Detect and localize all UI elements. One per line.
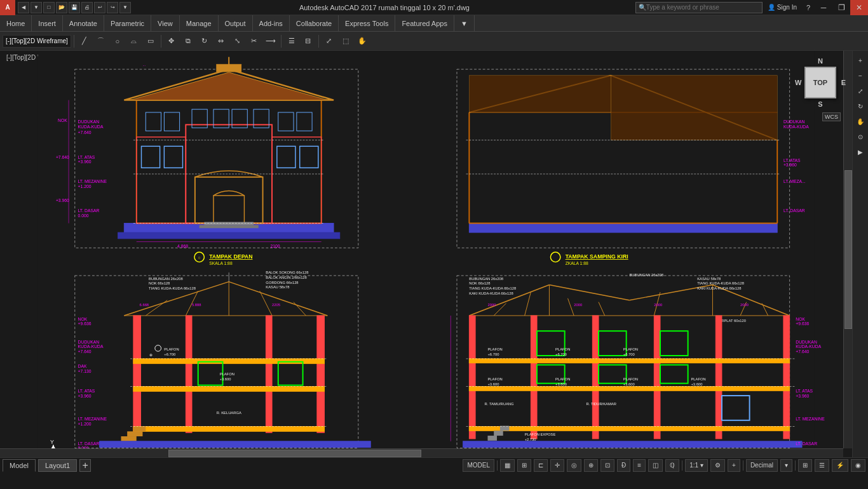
horizontal-scrollbar[interactable] xyxy=(0,448,843,457)
tab-parametric[interactable]: Parametric xyxy=(104,15,151,32)
otrack-button[interactable]: ⊕ xyxy=(584,459,598,472)
side-pan[interactable]: ✋ xyxy=(853,114,867,128)
tab-more[interactable]: ▼ xyxy=(454,15,475,32)
svg-text:KASAU 58x78: KASAU 58x78 xyxy=(266,285,289,289)
tb-layer[interactable]: ☰ xyxy=(284,34,299,49)
side-steering[interactable]: ⊙ xyxy=(853,130,867,144)
tb-copy[interactable]: ⧉ xyxy=(180,34,196,49)
search-box[interactable]: 🔍 xyxy=(635,2,763,13)
model-space-label[interactable]: MODEL xyxy=(463,459,494,472)
qa-btn-1[interactable]: ◀ xyxy=(18,2,29,13)
tb-move[interactable]: ✥ xyxy=(164,34,179,49)
tab-addins[interactable]: Add-ins xyxy=(253,15,290,32)
toolbar-sep-1 xyxy=(74,35,74,48)
snap-button[interactable]: ⊞ xyxy=(517,459,531,472)
svg-text:Y: Y xyxy=(50,439,54,445)
plus-button[interactable]: + xyxy=(728,459,740,472)
osnap-button[interactable]: ◎ xyxy=(567,459,581,472)
side-zoom-in[interactable]: + xyxy=(853,53,867,67)
isolation-button[interactable]: ◉ xyxy=(851,459,865,472)
svg-rect-157 xyxy=(592,316,599,439)
workspace-button[interactable]: ⊞ xyxy=(798,459,812,472)
polar-button[interactable]: ✛ xyxy=(550,459,564,472)
wcs-button[interactable]: WCS xyxy=(822,112,841,121)
tb-circle[interactable]: ○ xyxy=(110,34,125,49)
tab-collaborate[interactable]: Collaborate xyxy=(290,15,339,32)
tb-rotate[interactable]: ↻ xyxy=(197,34,212,49)
side-orbit[interactable]: ↻ xyxy=(853,99,867,113)
minimize-button[interactable]: ─ xyxy=(815,0,832,15)
qa-more[interactable]: ▼ xyxy=(119,2,131,13)
tb-pan[interactable]: ✋ xyxy=(355,34,370,49)
svg-text:TIANG KUDA-KUDA 66x128: TIANG KUDA-KUDA 66x128 xyxy=(149,286,196,290)
tab-express[interactable]: Express Tools xyxy=(339,15,395,32)
hardware-accel[interactable]: ⚡ xyxy=(832,459,848,472)
transparency-button[interactable]: ◫ xyxy=(648,459,663,472)
qa-open[interactable]: 📂 xyxy=(56,2,67,13)
svg-text:+7.640: +7.640 xyxy=(796,349,809,354)
svg-text:LT. ATAS: LT. ATAS xyxy=(796,389,813,393)
app-icon[interactable]: A xyxy=(0,0,15,15)
tb-zoom-extent[interactable]: ⤢ xyxy=(322,34,337,49)
tab-insert[interactable]: Insert xyxy=(32,15,63,32)
tb-arc[interactable]: ⌓ xyxy=(126,34,142,49)
tb-properties[interactable]: ⊟ xyxy=(301,34,316,49)
ortho-button[interactable]: ⊏ xyxy=(534,459,548,472)
svg-rect-156 xyxy=(531,316,537,439)
svg-text:NOK 66x128: NOK 66x128 xyxy=(149,281,170,285)
tab-home[interactable]: Home xyxy=(0,15,32,32)
side-showmotion[interactable]: ▶ xyxy=(853,145,867,159)
help-button[interactable]: ? xyxy=(802,0,815,15)
vscroll-thumb[interactable] xyxy=(844,170,852,329)
tab-featured[interactable]: Featured Apps xyxy=(395,15,454,32)
ducs-button[interactable]: ⊡ xyxy=(600,459,614,472)
svg-text:+6.700: +6.700 xyxy=(487,352,499,356)
restore-button[interactable]: ❐ xyxy=(832,0,850,15)
tb-zoom-win[interactable]: ⬚ xyxy=(338,34,353,49)
vertical-scrollbar[interactable] xyxy=(843,51,852,448)
grid-button[interactable]: ▦ xyxy=(500,459,515,472)
tb-polyline[interactable]: ⌒ xyxy=(93,34,109,49)
scale-label: 1:1 xyxy=(689,462,698,469)
canvas-area[interactable]: N S E W TOP WCS [-][Top][2D Wireframe] xyxy=(0,51,852,457)
settings-button[interactable]: ⚙ xyxy=(710,459,725,472)
tb-scale[interactable]: ⤡ xyxy=(230,34,245,49)
tb-trim[interactable]: ✂ xyxy=(247,34,262,49)
side-zoom-out[interactable]: − xyxy=(853,69,867,83)
qa-print[interactable]: 🖨 xyxy=(81,2,93,13)
model-tab[interactable]: Model xyxy=(3,459,36,472)
lineweight-button[interactable]: ≡ xyxy=(633,459,646,472)
svg-rect-155 xyxy=(469,316,475,439)
svg-text:LT. DASAR: LT. DASAR xyxy=(796,441,817,446)
svg-text:LT. DASAR: LT. DASAR xyxy=(78,208,100,213)
qa-new[interactable]: □ xyxy=(43,2,55,13)
search-input[interactable] xyxy=(646,4,759,11)
tab-view[interactable]: View xyxy=(151,15,180,32)
close-button[interactable]: ✕ xyxy=(850,0,868,15)
ui-button[interactable]: ☰ xyxy=(815,459,829,472)
qa-undo[interactable]: ↩ xyxy=(94,2,105,13)
tab-annotate[interactable]: Annotate xyxy=(63,15,104,32)
qa-save[interactable]: 💾 xyxy=(69,2,80,13)
tab-manage[interactable]: Manage xyxy=(180,15,219,32)
tb-line[interactable]: ╱ xyxy=(77,34,92,49)
qa-redo[interactable]: ↪ xyxy=(107,2,118,13)
tb-mirror[interactable]: ⇔ xyxy=(214,34,229,49)
sign-in[interactable]: 👤 Sign In xyxy=(763,4,802,11)
hscroll-thumb[interactable] xyxy=(168,450,421,457)
units-button[interactable]: Decimal xyxy=(746,459,778,472)
units-dropdown[interactable]: ▾ xyxy=(780,459,792,472)
tb-rect[interactable]: ▭ xyxy=(143,34,158,49)
annotation-scale[interactable]: 1:1 ▾ xyxy=(685,459,708,472)
layout1-tab[interactable]: Layout1 xyxy=(38,459,77,472)
cube-top[interactable]: TOP xyxy=(804,67,836,98)
viewcube[interactable]: N S E W TOP xyxy=(795,57,846,108)
svg-text:BALOK ANGIN 2/66x128: BALOK ANGIN 2/66x128 xyxy=(266,276,306,279)
dynmode-button[interactable]: Ð xyxy=(617,459,630,472)
qa-btn-dropdown[interactable]: ▼ xyxy=(31,2,42,13)
add-layout-button[interactable]: + xyxy=(79,459,91,472)
tb-extend[interactable]: ⟶ xyxy=(263,34,278,49)
tab-output[interactable]: Output xyxy=(219,15,253,32)
qproperties-button[interactable]: ℚ xyxy=(665,459,679,472)
side-extents[interactable]: ⤢ xyxy=(853,84,867,98)
